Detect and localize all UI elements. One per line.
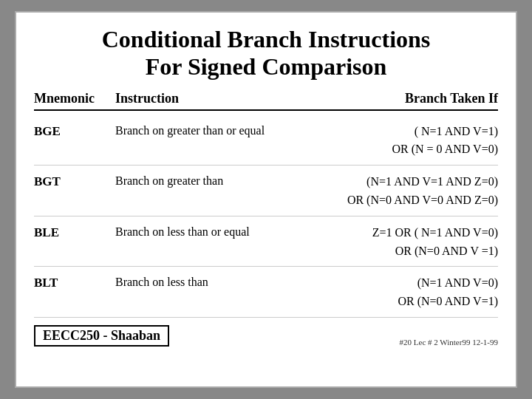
mnemonic-cell: BLE: [34, 224, 115, 240]
footnote: #20 Lec # 2 Winter99 12-1-99: [400, 338, 498, 347]
instruction-cell: Branch on greater than: [115, 173, 278, 188]
instruction-cell: Branch on less than: [115, 274, 278, 289]
slide-title: Conditional Branch Instructions For Sign…: [34, 26, 498, 81]
branch-taken-cell: (N=1 AND V=0)OR (N=0 AND V=1): [278, 274, 498, 311]
table-header: Mnemonic Instruction Branch Taken If: [34, 91, 498, 111]
table-body: BGEBranch on greater than or equal( N=1 …: [34, 115, 498, 318]
title-line2: For Signed Comparison: [146, 53, 387, 80]
mnemonic-cell: BGT: [34, 173, 115, 189]
table-row: BLTBranch on less than(N=1 AND V=0)OR (N…: [34, 267, 498, 318]
mnemonic-cell: BGE: [34, 123, 115, 139]
branch-taken-cell: ( N=1 AND V=1)OR (N = 0 AND V=0): [278, 123, 498, 160]
instruction-cell: Branch on greater than or equal: [115, 123, 278, 137]
table-row: BGEBranch on greater than or equal( N=1 …: [34, 115, 498, 166]
slide: Conditional Branch Instructions For Sign…: [15, 11, 517, 388]
title-line1: Conditional Branch Instructions: [102, 26, 431, 52]
header-branch-taken-if: Branch Taken If: [278, 91, 498, 106]
footer: EECC250 - Shaaban #20 Lec # 2 Winter99 1…: [34, 325, 498, 347]
table-row: BGTBranch on greater than(N=1 AND V=1 AN…: [34, 166, 498, 216]
header-instruction: Instruction: [115, 91, 278, 106]
branch-taken-cell: (N=1 AND V=1 AND Z=0)OR (N=0 AND V=0 AND…: [278, 173, 498, 210]
branch-taken-cell: Z=1 OR ( N=1 AND V=0)OR (N=0 AND V =1): [278, 224, 498, 261]
instruction-cell: Branch on less than or equal: [115, 224, 278, 239]
mnemonic-cell: BLT: [34, 274, 115, 290]
header-mnemonic: Mnemonic: [34, 91, 115, 106]
table-row: BLEBranch on less than or equalZ=1 OR ( …: [34, 216, 498, 267]
eecc-label: EECC250 - Shaaban: [34, 325, 169, 347]
